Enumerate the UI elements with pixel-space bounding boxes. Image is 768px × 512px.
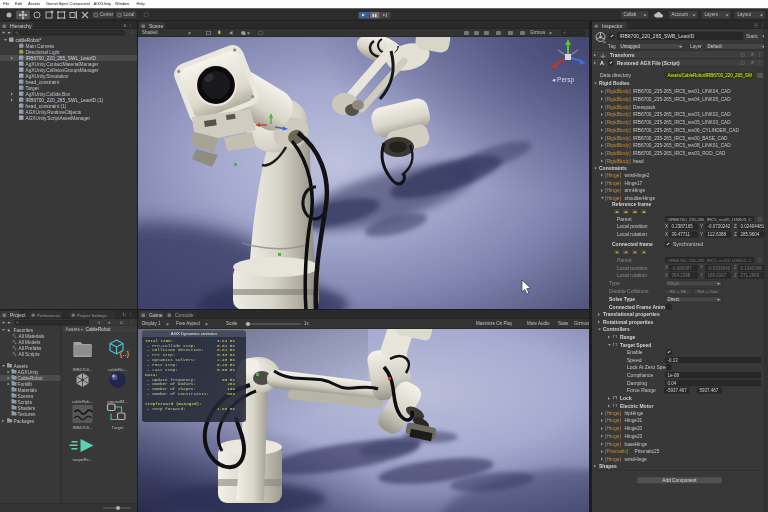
svg-text:{..}: {..}	[120, 349, 130, 358]
svg-text:◂ Persp: ◂ Persp	[552, 76, 574, 84]
